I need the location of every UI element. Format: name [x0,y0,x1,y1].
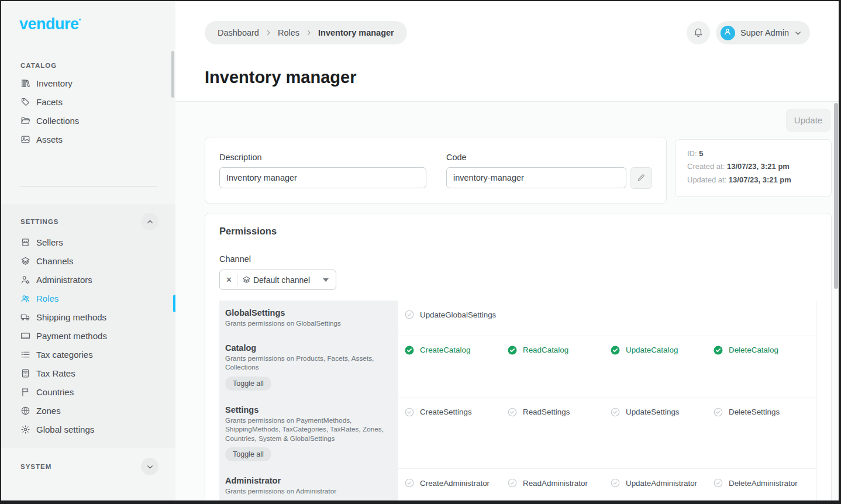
section-label-system: SYSTEM [20,463,51,470]
sidebar-item-facets[interactable]: Facets [1,92,175,111]
permission-group-title: Settings [225,405,387,415]
bell-icon [693,27,704,39]
code-label: Code [446,153,652,162]
permission-label: DeleteAdministrator [729,479,798,488]
chevron-up-icon [146,218,154,226]
layers-icon [20,256,30,266]
permission-createsettings[interactable]: CreateSettings [404,406,507,418]
sidebar-item-collections[interactable]: Collections [1,111,175,130]
permission-readcatalog[interactable]: ReadCatalog [507,344,610,356]
tag-icon [20,97,30,107]
sidebar-item-roles[interactable]: Roles [1,289,175,308]
permission-deletesettings[interactable]: DeleteSettings [713,406,816,418]
clear-channel-button[interactable]: ✕ [226,276,232,284]
section-header-catalog: CATALOG [1,57,175,74]
section-label-settings: SETTINGS [20,218,59,225]
permission-group-settings: SettingsGrants permissions on PaymentMet… [219,398,816,469]
permission-createadministrator[interactable]: CreateAdministrator [404,477,507,489]
permission-deletecatalog[interactable]: DeleteCatalog [713,344,816,356]
sidebar-divider [20,186,157,187]
channel-select[interactable]: ✕ Default channel [219,270,336,290]
permission-label: CreateSettings [420,408,472,416]
permission-label: UpdateSettings [626,408,680,416]
description-input[interactable] [219,167,426,188]
section-toggle-system[interactable] [141,458,158,475]
entity-id: ID: 5 [687,150,819,158]
code-field-group: Code [446,153,652,188]
code-input[interactable] [446,167,626,188]
permission-createcatalog[interactable]: CreateCatalog [404,344,507,356]
check-circle-icon [610,478,621,488]
image-icon [20,134,30,144]
permission-group-items: CreateCatalogReadCatalogUpdateCatalogDel… [398,336,816,398]
check-circle-filled-icon [610,345,621,355]
check-circle-icon [404,407,415,417]
permissions-heading: Permissions [219,226,816,237]
sidebar-item-zones[interactable]: Zones [1,401,175,420]
sidebar-item-label: Tax Rates [36,368,75,378]
sidebar-item-label: Inventory [36,78,73,88]
description-label: Description [219,153,426,162]
permissions-card: Permissions Channel ✕ Default channel Gl… [205,213,832,500]
user-icon [723,27,732,38]
permission-group-title: GlobalSettings [225,308,387,317]
toggle-all-button[interactable]: Toggle all [225,377,271,391]
update-button[interactable]: Update [786,109,830,132]
logo-trademark-dot: • [79,16,81,23]
permission-group-items: CreateSettingsReadSettingsUpdateSettings… [398,398,816,469]
sidebar-item-label: Assets [36,134,63,144]
check-circle-filled-icon [713,345,723,355]
permission-readadministrator[interactable]: ReadAdministrator [507,477,610,489]
sidebar-item-label: Collections [36,116,79,126]
permission-deleteadministrator[interactable]: DeleteAdministrator [713,477,816,489]
toggle-all-button[interactable]: Toggle all [225,447,271,461]
check-circle-icon [713,407,723,417]
page-title: Inventory manager [205,68,356,87]
sidebar-section-catalog: CATALOGInventoryFacetsCollectionsAssets [1,57,175,149]
sidebar-section-system: SYSTEM [1,448,175,475]
permission-group-info: AdministratorGrants permissions on Admin… [219,468,398,500]
sidebar-item-payment-methods[interactable]: Payment methods [1,326,175,345]
permission-updateadministrator[interactable]: UpdateAdministrator [610,477,713,489]
inventory-icon [20,78,30,88]
sidebar-item-assets[interactable]: Assets [1,130,175,149]
breadcrumb: DashboardRolesInventory manager [205,21,407,44]
store-icon [20,237,30,247]
sidebar-item-administrators[interactable]: Administrators [1,270,175,289]
breadcrumb-separator-icon [305,29,312,36]
breadcrumb-item-inventory-manager[interactable]: Inventory manager [318,28,394,37]
sidebar-item-countries[interactable]: Countries [1,382,175,401]
permission-group-description: Grants permissions on Administrator [225,487,387,496]
sidebar-item-tax-rates[interactable]: Tax Rates [1,364,175,382]
sidebar-item-channels[interactable]: Channels [1,251,175,270]
edit-code-button[interactable] [630,167,652,189]
sidebar-item-sellers[interactable]: Sellers [1,233,175,251]
sidebar-item-tax-categories[interactable]: Tax categories [1,345,175,364]
flag-icon [20,387,30,397]
section-toggle-settings[interactable] [141,213,158,230]
permission-group-info: GlobalSettingsGrants permissions on Glob… [219,301,398,336]
user-menu[interactable]: Super Admin [716,21,810,44]
permission-updatesettings[interactable]: UpdateSettings [610,406,713,418]
permission-updateglobalsettings[interactable]: UpdateGlobalSettings [404,309,507,320]
breadcrumb-item-dashboard[interactable]: Dashboard [218,28,259,37]
permission-group-items: CreateAdministratorReadAdministratorUpda… [398,468,816,500]
check-circle-icon [610,407,621,417]
permission-group-globalsettings: GlobalSettingsGrants permissions on Glob… [219,301,816,336]
sidebar-item-label: Channels [36,256,73,266]
permission-group-info: SettingsGrants permissions on PaymentMet… [219,398,398,469]
breadcrumb-item-roles[interactable]: Roles [278,28,299,37]
page-scrollbar[interactable] [834,103,838,289]
check-circle-icon [404,309,415,320]
sidebar-item-shipping-methods[interactable]: Shipping methods [1,308,175,326]
vendure-logo[interactable]: vendure• [19,15,81,33]
notifications-button[interactable] [687,21,710,44]
permission-updatecatalog[interactable]: UpdateCatalog [610,344,713,356]
permission-readsettings[interactable]: ReadSettings [507,406,610,418]
sidebar-scrollbar[interactable] [171,51,174,98]
permission-label: DeleteCatalog [729,346,778,354]
sidebar-item-inventory[interactable]: Inventory [1,74,175,92]
sidebar-item-global-settings[interactable]: Global settings [1,420,175,439]
section-label-catalog: CATALOG [20,62,57,69]
check-circle-icon [713,478,723,488]
